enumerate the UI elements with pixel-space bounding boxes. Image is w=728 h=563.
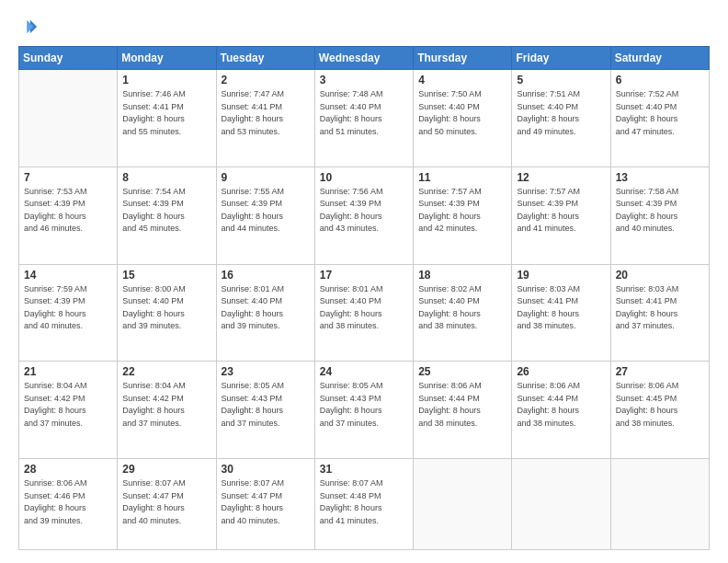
day-number: 7 — [24, 171, 112, 184]
day-info: Sunrise: 7:50 AM Sunset: 4:40 PM Dayligh… — [418, 88, 506, 138]
calendar-table: SundayMondayTuesdayWednesdayThursdayFrid… — [18, 46, 710, 550]
calendar-cell: 27Sunrise: 8:06 AM Sunset: 4:45 PM Dayli… — [610, 362, 709, 459]
day-number: 24 — [320, 365, 408, 378]
day-number: 25 — [418, 365, 506, 378]
calendar-cell: 14Sunrise: 7:59 AM Sunset: 4:39 PM Dayli… — [19, 264, 118, 362]
calendar-cell: 25Sunrise: 8:06 AM Sunset: 4:44 PM Dayli… — [414, 362, 512, 459]
day-info: Sunrise: 8:04 AM Sunset: 4:42 PM Dayligh… — [24, 380, 112, 430]
day-number: 21 — [24, 365, 112, 378]
day-number: 1 — [122, 74, 210, 86]
day-info: Sunrise: 7:48 AM Sunset: 4:40 PM Dayligh… — [320, 88, 408, 138]
day-info: Sunrise: 8:02 AM Sunset: 4:40 PM Dayligh… — [418, 283, 506, 333]
calendar-cell — [610, 459, 709, 550]
day-number: 29 — [122, 463, 210, 476]
calendar-cell — [512, 459, 610, 550]
day-info: Sunrise: 7:53 AM Sunset: 4:39 PM Dayligh… — [24, 186, 112, 236]
calendar-cell: 11Sunrise: 7:57 AM Sunset: 4:39 PM Dayli… — [414, 167, 512, 264]
day-number: 17 — [320, 269, 408, 282]
calendar-cell: 24Sunrise: 8:05 AM Sunset: 4:43 PM Dayli… — [314, 362, 413, 459]
day-number: 31 — [320, 463, 408, 476]
day-info: Sunrise: 7:57 AM Sunset: 4:39 PM Dayligh… — [418, 186, 506, 236]
day-info: Sunrise: 7:56 AM Sunset: 4:39 PM Dayligh… — [320, 186, 408, 236]
calendar-cell: 18Sunrise: 8:02 AM Sunset: 4:40 PM Dayli… — [414, 264, 512, 362]
calendar-cell: 3Sunrise: 7:48 AM Sunset: 4:40 PM Daylig… — [314, 70, 413, 167]
day-number: 4 — [418, 74, 506, 86]
calendar-cell: 2Sunrise: 7:47 AM Sunset: 4:41 PM Daylig… — [216, 70, 314, 167]
calendar-cell: 17Sunrise: 8:01 AM Sunset: 4:40 PM Dayli… — [314, 264, 413, 362]
weekday-header-friday: Friday — [512, 47, 610, 70]
day-number: 13 — [616, 171, 704, 184]
day-info: Sunrise: 7:51 AM Sunset: 4:40 PM Dayligh… — [517, 88, 605, 138]
calendar-cell: 19Sunrise: 8:03 AM Sunset: 4:41 PM Dayli… — [512, 264, 610, 362]
day-info: Sunrise: 7:57 AM Sunset: 4:39 PM Dayligh… — [517, 186, 605, 236]
calendar-cell: 5Sunrise: 7:51 AM Sunset: 4:40 PM Daylig… — [512, 70, 610, 167]
weekday-header-tuesday: Tuesday — [216, 47, 314, 70]
day-info: Sunrise: 8:01 AM Sunset: 4:40 PM Dayligh… — [320, 283, 408, 333]
header — [18, 17, 710, 37]
day-number: 10 — [320, 171, 408, 184]
calendar-cell: 30Sunrise: 8:07 AM Sunset: 4:47 PM Dayli… — [216, 459, 314, 550]
weekday-header-thursday: Thursday — [414, 47, 512, 70]
day-info: Sunrise: 8:07 AM Sunset: 4:48 PM Dayligh… — [320, 477, 408, 527]
week-row-3: 14Sunrise: 7:59 AM Sunset: 4:39 PM Dayli… — [19, 264, 710, 362]
day-number: 12 — [517, 171, 605, 184]
weekday-header-wednesday: Wednesday — [314, 47, 413, 70]
day-number: 18 — [418, 269, 506, 282]
day-info: Sunrise: 7:54 AM Sunset: 4:39 PM Dayligh… — [122, 186, 210, 236]
day-number: 2 — [222, 74, 310, 86]
calendar-body: 1Sunrise: 7:46 AM Sunset: 4:41 PM Daylig… — [19, 70, 710, 550]
calendar-cell — [414, 459, 512, 550]
day-number: 22 — [122, 365, 210, 378]
weekday-header-row: SundayMondayTuesdayWednesdayThursdayFrid… — [19, 47, 710, 70]
logo — [18, 17, 42, 37]
calendar-cell: 26Sunrise: 8:06 AM Sunset: 4:44 PM Dayli… — [512, 362, 610, 459]
day-info: Sunrise: 8:06 AM Sunset: 4:46 PM Dayligh… — [24, 477, 112, 527]
calendar-cell: 12Sunrise: 7:57 AM Sunset: 4:39 PM Dayli… — [512, 167, 610, 264]
day-number: 8 — [122, 171, 210, 184]
day-info: Sunrise: 7:47 AM Sunset: 4:41 PM Dayligh… — [222, 88, 310, 138]
calendar-cell: 4Sunrise: 7:50 AM Sunset: 4:40 PM Daylig… — [414, 70, 512, 167]
day-info: Sunrise: 7:55 AM Sunset: 4:39 PM Dayligh… — [222, 186, 310, 236]
calendar-cell: 8Sunrise: 7:54 AM Sunset: 4:39 PM Daylig… — [118, 167, 216, 264]
day-number: 9 — [222, 171, 310, 184]
calendar-cell: 1Sunrise: 7:46 AM Sunset: 4:41 PM Daylig… — [118, 70, 216, 167]
day-number: 20 — [616, 269, 704, 282]
calendar-cell: 31Sunrise: 8:07 AM Sunset: 4:48 PM Dayli… — [314, 459, 413, 550]
day-info: Sunrise: 8:00 AM Sunset: 4:40 PM Dayligh… — [122, 283, 210, 333]
day-info: Sunrise: 8:06 AM Sunset: 4:44 PM Dayligh… — [418, 380, 506, 430]
day-number: 6 — [616, 74, 704, 86]
week-row-1: 1Sunrise: 7:46 AM Sunset: 4:41 PM Daylig… — [19, 70, 710, 167]
day-number: 23 — [222, 365, 310, 378]
calendar-cell: 21Sunrise: 8:04 AM Sunset: 4:42 PM Dayli… — [19, 362, 118, 459]
calendar-cell: 13Sunrise: 7:58 AM Sunset: 4:39 PM Dayli… — [610, 167, 709, 264]
day-info: Sunrise: 8:05 AM Sunset: 4:43 PM Dayligh… — [222, 380, 310, 430]
calendar-cell — [19, 70, 118, 167]
calendar-cell: 9Sunrise: 7:55 AM Sunset: 4:39 PM Daylig… — [216, 167, 314, 264]
calendar-cell: 20Sunrise: 8:03 AM Sunset: 4:41 PM Dayli… — [610, 264, 709, 362]
day-info: Sunrise: 8:06 AM Sunset: 4:45 PM Dayligh… — [616, 380, 704, 430]
day-number: 5 — [517, 74, 605, 86]
day-number: 3 — [320, 74, 408, 86]
week-row-2: 7Sunrise: 7:53 AM Sunset: 4:39 PM Daylig… — [19, 167, 710, 264]
day-info: Sunrise: 7:59 AM Sunset: 4:39 PM Dayligh… — [24, 283, 112, 333]
day-info: Sunrise: 7:52 AM Sunset: 4:40 PM Dayligh… — [616, 88, 704, 138]
weekday-header-monday: Monday — [118, 47, 216, 70]
day-number: 11 — [418, 171, 506, 184]
day-info: Sunrise: 8:03 AM Sunset: 4:41 PM Dayligh… — [616, 283, 704, 333]
logo-icon — [18, 17, 39, 37]
calendar-cell: 29Sunrise: 8:07 AM Sunset: 4:47 PM Dayli… — [118, 459, 216, 550]
day-info: Sunrise: 8:04 AM Sunset: 4:42 PM Dayligh… — [122, 380, 210, 430]
week-row-5: 28Sunrise: 8:06 AM Sunset: 4:46 PM Dayli… — [19, 459, 710, 550]
day-number: 30 — [222, 463, 310, 476]
day-number: 26 — [517, 365, 605, 378]
day-number: 19 — [517, 269, 605, 282]
day-number: 28 — [24, 463, 112, 476]
day-info: Sunrise: 8:07 AM Sunset: 4:47 PM Dayligh… — [222, 477, 310, 527]
calendar-cell: 16Sunrise: 8:01 AM Sunset: 4:40 PM Dayli… — [216, 264, 314, 362]
calendar-cell: 15Sunrise: 8:00 AM Sunset: 4:40 PM Dayli… — [118, 264, 216, 362]
day-number: 16 — [222, 269, 310, 282]
calendar-cell: 23Sunrise: 8:05 AM Sunset: 4:43 PM Dayli… — [216, 362, 314, 459]
calendar-cell: 28Sunrise: 8:06 AM Sunset: 4:46 PM Dayli… — [19, 459, 118, 550]
day-number: 14 — [24, 269, 112, 282]
weekday-header-sunday: Sunday — [19, 47, 118, 70]
